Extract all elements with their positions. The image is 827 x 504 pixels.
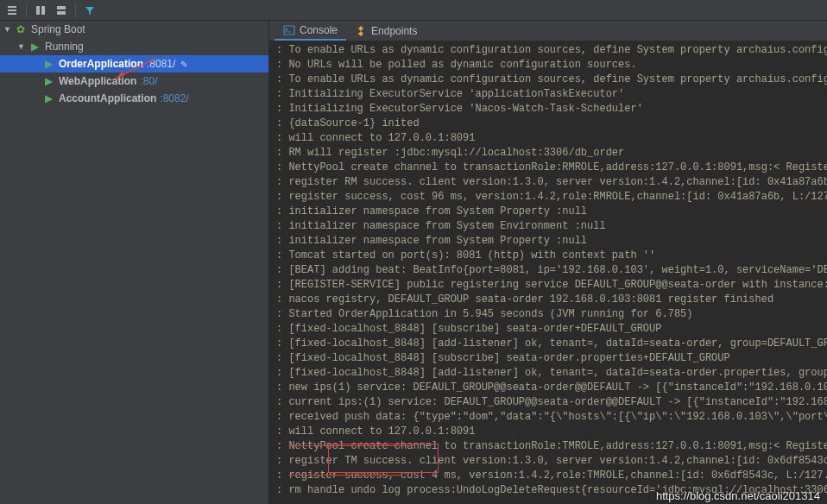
log-line: : register RM success. client version:1.… [276, 175, 820, 190]
separator [26, 3, 27, 17]
log-line: : [fixed-localhost_8848] [add-listener] … [276, 366, 820, 381]
console-panel: Console Endpoints : To enable URLs as dy… [269, 21, 827, 504]
filter-icon[interactable] [81, 2, 98, 19]
console-output[interactable]: : To enable URLs as dynamic configuratio… [269, 41, 827, 504]
log-line: : register success, cost 96 ms, version:… [276, 190, 820, 205]
chevron-down-icon: ▼ [17, 42, 28, 51]
expand-icon[interactable] [32, 2, 49, 19]
separator [75, 3, 76, 17]
tree-app-web[interactable]: ▶ WebApplication :80/ [0, 72, 268, 90]
pencil-icon[interactable]: ✎ [180, 60, 187, 69]
endpoints-icon [355, 25, 367, 37]
log-line: : will connect to 127.0.0.1:8091 [276, 131, 820, 146]
toggle-tree-icon[interactable] [3, 2, 21, 19]
log-line: : No URLs will be polled as dynamic conf… [276, 58, 820, 72]
log-line: : NettyPool create channel to transactio… [276, 439, 820, 454]
log-line: : initializer namespace from System Prop… [276, 205, 820, 219]
app-port: :8082/ [160, 92, 188, 104]
svg-rect-0 [36, 6, 40, 15]
svg-rect-3 [57, 11, 66, 15]
log-line: : Initializing ExecutorService 'applicat… [276, 87, 820, 102]
tab-label: Console [300, 24, 338, 36]
log-line: : RM will register :jdbc:mysql://localho… [276, 146, 820, 161]
tree-label: Spring Boot [31, 23, 85, 35]
log-line: : nacos registry, DEFAULT_GROUP seata-or… [276, 293, 820, 307]
svg-rect-2 [57, 6, 66, 9]
app-name: WebApplication [59, 75, 136, 87]
log-line: : current ips:(1) service: DEFAULT_GROUP… [276, 395, 820, 410]
log-line: : [BEAT] adding beat: BeatInfo{port=8081… [276, 263, 820, 278]
spring-icon: ✿ [14, 23, 28, 35]
collapse-icon[interactable] [53, 2, 70, 19]
tree-running-group[interactable]: ▼ ▶ Running [0, 38, 268, 55]
tab-console[interactable]: Console [275, 22, 346, 41]
log-line: : initializer namespace from System Prop… [276, 234, 820, 249]
play-icon: ▶ [41, 58, 55, 70]
app-name: OrderApplication [59, 58, 143, 70]
log-line: : [fixed-localhost_8848] [subscribe] sea… [276, 322, 820, 337]
svg-rect-1 [41, 6, 45, 15]
run-dashboard-sidebar: ▼ ✿ Spring Boot ▼ ▶ Running ▶ OrderAppli… [0, 21, 269, 504]
tree-label: Running [45, 41, 84, 53]
tree-root-springboot[interactable]: ▼ ✿ Spring Boot [0, 21, 268, 38]
log-line: : will connect to 127.0.0.1:8091 [276, 425, 820, 439]
watermark: https://blog.csdn.net/caoli201314 [656, 489, 820, 502]
log-line: : Tomcat started on port(s): 8081 (http)… [276, 249, 820, 263]
log-line: : To enable URLs as dynamic configuratio… [276, 72, 820, 87]
tree-app-order[interactable]: ▶ OrderApplication :8081/ ✎ [0, 55, 268, 72]
log-line: : [REGISTER-SERVICE] public registering … [276, 278, 820, 293]
log-line: : initializer namespace from System Envi… [276, 219, 820, 234]
log-line: : NettyPool create channel to transactio… [276, 161, 820, 175]
app-port: :80/ [140, 75, 157, 87]
tab-endpoints[interactable]: Endpoints [346, 22, 426, 41]
log-line: : received push data: {"type":"dom","dat… [276, 410, 820, 425]
tab-label: Endpoints [371, 25, 417, 37]
log-line: : register success, cost 4 ms, version:1… [276, 469, 820, 483]
tree-app-account[interactable]: ▶ AccountApplication :8082/ [0, 90, 268, 107]
console-icon [283, 24, 295, 36]
app-name: AccountApplication [59, 92, 156, 104]
log-line: : register TM success. client version:1.… [276, 454, 820, 469]
log-line: : [fixed-localhost_8848] [subscribe] sea… [276, 351, 820, 366]
log-line: : [fixed-localhost_8848] [add-listener] … [276, 337, 820, 351]
toolbar [0, 0, 827, 21]
log-line: : Started OrderApplication in 5.945 seco… [276, 307, 820, 322]
chevron-down-icon: ▼ [3, 25, 14, 34]
play-icon: ▶ [28, 41, 41, 53]
play-icon: ▶ [41, 75, 55, 87]
main-layout: ▼ ✿ Spring Boot ▼ ▶ Running ▶ OrderAppli… [0, 21, 827, 504]
play-icon: ▶ [41, 92, 55, 104]
svg-rect-6 [284, 26, 294, 35]
log-line: : new ips(1) service: DEFAULT_GROUP@@sea… [276, 381, 820, 395]
app-port: :8081/ [147, 58, 175, 70]
log-line: : {dataSource-1} inited [276, 117, 820, 131]
log-line: : To enable URLs as dynamic configuratio… [276, 43, 820, 58]
console-tabs: Console Endpoints [269, 21, 827, 41]
log-line: : Initializing ExecutorService 'Nacos-Wa… [276, 102, 820, 117]
